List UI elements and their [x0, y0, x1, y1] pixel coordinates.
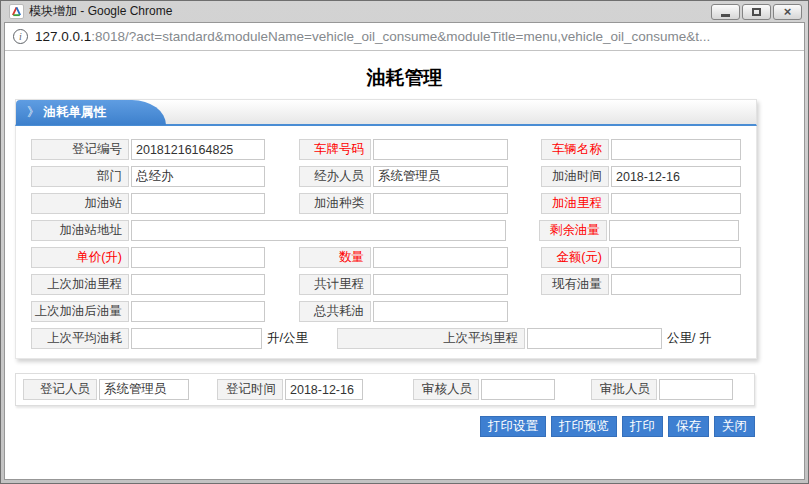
form-row-3: 加油站 加油种类 加油里程: [31, 193, 742, 214]
gas-station-label: 加油站: [31, 193, 129, 214]
form-body: 登记编号 车牌号码 车辆名称 部门 经办人员 加油时间: [15, 126, 757, 359]
last-avg-consumption-input[interactable]: [131, 328, 262, 349]
remaining-fuel-input[interactable]: [609, 220, 739, 241]
page-info-icon[interactable]: i: [13, 29, 28, 44]
last-avg-mileage-label: 上次平均里程: [337, 328, 525, 349]
total-mileage-input[interactable]: [373, 274, 508, 295]
maximize-button[interactable]: [742, 4, 771, 20]
print-button[interactable]: 打印: [622, 416, 663, 437]
page-title: 油耗管理: [5, 51, 804, 91]
handler-label: 经办人员: [299, 166, 371, 187]
department-input[interactable]: [131, 166, 265, 187]
form-row-5: 单价(升) 数量 金额(元): [31, 247, 742, 268]
plate-no-input[interactable]: [373, 139, 508, 160]
total-consumed-input[interactable]: [373, 301, 508, 322]
current-fuel-label: 现有油量: [541, 274, 609, 295]
save-button[interactable]: 保存: [668, 416, 709, 437]
vehicle-name-input[interactable]: [611, 139, 741, 160]
fuel-type-input[interactable]: [373, 193, 508, 214]
last-avg-mileage-input[interactable]: [527, 328, 662, 349]
reg-no-label: 登记编号: [31, 139, 129, 160]
maximize-icon: [752, 8, 761, 16]
last-refuel-mileage-input[interactable]: [131, 274, 265, 295]
close-button[interactable]: ×: [773, 4, 802, 20]
browser-window: 模块增加 - Google Chrome × i 127.0.0.1:8018/…: [0, 0, 809, 484]
fuel-type-label: 加油种类: [299, 193, 371, 214]
refuel-time-label: 加油时间: [541, 166, 609, 187]
vehicle-name-label: 车辆名称: [541, 139, 609, 160]
total-consumed-label: 总共耗油: [299, 301, 371, 322]
print-preview-button[interactable]: 打印预览: [551, 416, 617, 437]
tab-marker-icon: 》: [27, 105, 40, 119]
registrar-input[interactable]: [99, 379, 189, 400]
audit-bar: 登记人员 登记时间 审核人员 审批人员: [15, 373, 755, 406]
last-avg-mileage-unit: 公里/ 升: [667, 330, 711, 347]
form-row-2: 部门 经办人员 加油时间: [31, 166, 742, 187]
refuel-time-input[interactable]: [611, 166, 741, 187]
amount-input[interactable]: [611, 247, 741, 268]
last-avg-consumption-unit: 升/公里: [267, 330, 308, 347]
refuel-mileage-input[interactable]: [611, 193, 741, 214]
unit-price-label: 单价(升): [31, 247, 129, 268]
reg-time-label: 登记时间: [217, 379, 283, 400]
window-titlebar[interactable]: 模块增加 - Google Chrome ×: [4, 1, 805, 22]
approver-label: 审批人员: [591, 379, 657, 400]
reviewer-input[interactable]: [481, 379, 555, 400]
last-refuel-mileage-label: 上次加油里程: [31, 274, 129, 295]
form-row-4: 加油站地址 剩余油量: [31, 220, 742, 241]
url-host: 127.0.0.1: [35, 29, 91, 44]
handler-input[interactable]: [373, 166, 508, 187]
form-row-8: 上次平均油耗 升/公里 上次平均里程 公里/ 升: [31, 328, 742, 349]
browser-client-area: i 127.0.0.1:8018/?act=standard&moduleNam…: [4, 22, 805, 480]
gas-station-input[interactable]: [131, 193, 265, 214]
form-row-1: 登记编号 车牌号码 车辆名称: [31, 139, 742, 160]
plate-no-label: 车牌号码: [299, 139, 371, 160]
approver-input[interactable]: [659, 379, 733, 400]
form-row-7: 上次加油后油量 总共耗油: [31, 301, 742, 322]
app-icon: [9, 4, 24, 19]
remaining-fuel-label: 剩余油量: [539, 220, 607, 241]
page-content: 油耗管理 》油耗单属性 登记编号 车牌号码 车辆名称: [5, 51, 804, 479]
quantity-input[interactable]: [373, 247, 508, 268]
close-icon: ×: [784, 6, 792, 18]
current-fuel-input[interactable]: [611, 274, 741, 295]
reviewer-label: 审核人员: [413, 379, 479, 400]
print-setup-button[interactable]: 打印设置: [480, 416, 546, 437]
url-text: 127.0.0.1:8018/?act=standard&moduleName=…: [35, 29, 710, 44]
reg-time-input[interactable]: [285, 379, 363, 400]
quantity-label: 数量: [299, 247, 371, 268]
window-controls: ×: [709, 4, 802, 20]
action-button-row: 打印设置 打印预览 打印 保存 关闭: [15, 416, 755, 437]
form-panel: 》油耗单属性 登记编号 车牌号码 车辆名称 部门: [15, 99, 757, 359]
fuel-after-last-input[interactable]: [131, 301, 265, 322]
tab-bar: 》油耗单属性: [15, 99, 757, 126]
station-address-input[interactable]: [131, 220, 506, 241]
station-address-label: 加油站地址: [31, 220, 129, 241]
fuel-after-last-label: 上次加油后油量: [31, 301, 129, 322]
window-title: 模块增加 - Google Chrome: [29, 3, 709, 20]
url-path: :8018/?act=standard&moduleName=vehicle_o…: [91, 29, 710, 44]
registrar-label: 登记人员: [23, 379, 97, 400]
tab-label: 油耗单属性: [44, 105, 107, 119]
form-row-6: 上次加油里程 共计里程 现有油量: [31, 274, 742, 295]
close-page-button[interactable]: 关闭: [714, 416, 755, 437]
unit-price-input[interactable]: [131, 247, 265, 268]
minimize-icon: [721, 14, 730, 17]
minimize-button[interactable]: [711, 4, 740, 20]
reg-no-input[interactable]: [131, 139, 265, 160]
address-bar[interactable]: i 127.0.0.1:8018/?act=standard&moduleNam…: [5, 23, 804, 51]
tab-oil-form-properties[interactable]: 》油耗单属性: [16, 100, 166, 125]
total-mileage-label: 共计里程: [299, 274, 371, 295]
department-label: 部门: [31, 166, 129, 187]
triangle-logo-icon: [11, 6, 22, 17]
last-avg-consumption-label: 上次平均油耗: [31, 328, 129, 349]
refuel-mileage-label: 加油里程: [541, 193, 609, 214]
amount-label: 金额(元): [541, 247, 609, 268]
